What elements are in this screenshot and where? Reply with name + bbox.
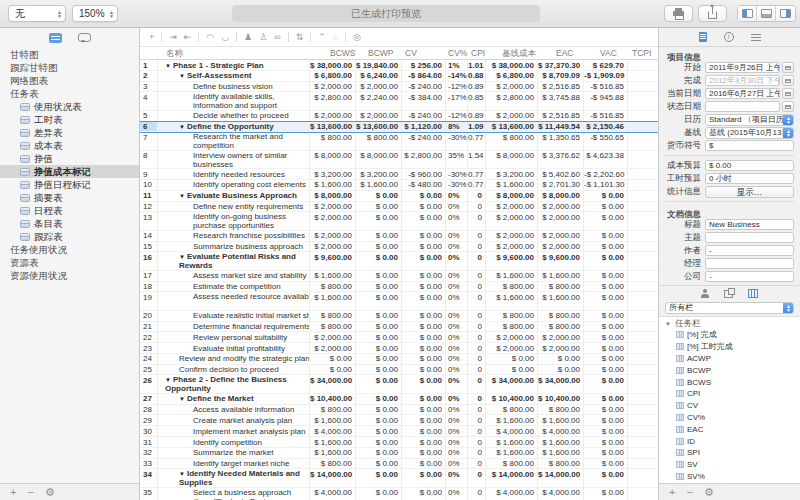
task-row-12[interactable]: 12Define new entity requirements$ 2,000.… bbox=[140, 202, 658, 213]
column-header[interactable]: BCWS bbox=[310, 47, 356, 59]
column-list-item[interactable]: BCWP bbox=[659, 364, 800, 376]
task-row-32[interactable]: 32Summarize the market$ 1,600.00$ 0.00$ … bbox=[140, 448, 658, 459]
task-row-27[interactable]: 27▼Define the Market$ 10,400.00$ 0.00$ 0… bbox=[140, 394, 658, 405]
text-field[interactable]: 2016年6月27日 上午8:00 bbox=[705, 88, 780, 99]
document-inspector-tab-icon[interactable] bbox=[699, 32, 707, 42]
task-row-24[interactable]: 24Review and modify the strategic plan$ … bbox=[140, 354, 658, 365]
disclosure-triangle-icon[interactable]: ▼ bbox=[179, 124, 185, 130]
indent-task-icon[interactable]: ⇥ bbox=[169, 32, 177, 42]
task-row-16[interactable]: 16▼Evaluate Potential Risks and Rewards$… bbox=[140, 252, 658, 270]
column-list-item[interactable]: SPI bbox=[659, 447, 800, 459]
text-field[interactable] bbox=[705, 258, 794, 269]
task-row-22[interactable]: 22Review personal suitability$ 2,000.00$… bbox=[140, 332, 658, 343]
text-field[interactable] bbox=[705, 232, 794, 243]
sidebar-item[interactable]: 跟踪表 bbox=[0, 230, 139, 243]
sidebar-item[interactable]: 挣值 bbox=[0, 152, 139, 165]
column-header[interactable]: CV% bbox=[446, 47, 468, 59]
column-header[interactable] bbox=[140, 47, 158, 59]
disclosure-triangle-icon[interactable]: ▼ bbox=[179, 193, 185, 199]
task-row-7[interactable]: 7Research the market and competition$ 80… bbox=[140, 132, 658, 150]
column-header[interactable]: CPI bbox=[468, 47, 486, 59]
sidebar-item[interactable]: 挣值成本标记 bbox=[0, 165, 139, 178]
sidebar-item[interactable]: 网络图表 bbox=[0, 74, 139, 87]
column-header[interactable]: VAC bbox=[584, 47, 628, 59]
text-field[interactable]: - bbox=[705, 271, 794, 282]
task-row-19[interactable]: 19Assess needed resource availability$ 1… bbox=[140, 292, 658, 310]
task-row-4[interactable]: 4Identify available skills, information … bbox=[140, 92, 658, 110]
column-list-item[interactable]: BCWS bbox=[659, 376, 800, 388]
task-row-35[interactable]: 35Select a business approach (from "Eval… bbox=[140, 488, 658, 500]
assign-resource-icon[interactable]: ♟ bbox=[244, 32, 252, 42]
calendar-icon[interactable] bbox=[782, 101, 794, 112]
text-field[interactable]: New Business bbox=[705, 219, 794, 230]
link-tasks-icon[interactable]: ∞ bbox=[274, 32, 280, 42]
task-row-5[interactable]: 5Decide whether to proceed$ 2,000.00$ 2,… bbox=[140, 111, 658, 122]
task-row-34[interactable]: 34▼Identify Needed Materials and Supplie… bbox=[140, 469, 658, 487]
task-row-6[interactable]: 6▼Define the Opportunity$ 13,600.00$ 13,… bbox=[140, 122, 658, 133]
add-column-button[interactable]: + bbox=[669, 485, 675, 500]
sidebar-item[interactable]: 任务使用状况 bbox=[0, 243, 139, 256]
text-field[interactable]: 0 小时 bbox=[705, 173, 794, 184]
notes-bubble-icon[interactable] bbox=[78, 33, 91, 42]
sidebar-item[interactable]: 日程表 bbox=[0, 204, 139, 217]
task-row-1[interactable]: 1▼Phase 1 - Strategic Plan$ 38,000.00$ 1… bbox=[140, 60, 658, 71]
show-statistics-button[interactable]: 显示… bbox=[705, 186, 794, 198]
task-row-3[interactable]: 3Define business vision$ 2,000.00$ 2,000… bbox=[140, 82, 658, 93]
column-list-item[interactable]: CV% bbox=[659, 412, 800, 424]
task-row-2[interactable]: 2▼Self-Assessment$ 6,800.00$ 6,240.00-$ … bbox=[140, 71, 658, 82]
share-button[interactable] bbox=[698, 5, 727, 22]
task-row-13[interactable]: 13Identify on-going business purchase op… bbox=[140, 212, 658, 230]
remove-column-button[interactable]: − bbox=[686, 485, 692, 500]
task-row-17[interactable]: 17Assess market size and stability$ 1,60… bbox=[140, 271, 658, 282]
calendar-icon[interactable] bbox=[782, 88, 794, 99]
text-field[interactable]: - bbox=[705, 245, 794, 256]
view-action-menu[interactable]: ⚙ bbox=[45, 485, 55, 500]
sidebar-item[interactable]: 摘要表 bbox=[0, 191, 139, 204]
sidebar-item[interactable]: 使用状况表 bbox=[0, 100, 139, 113]
column-header[interactable]: TCPI bbox=[628, 47, 658, 59]
ungroup-tasks-icon[interactable]: ◡ bbox=[221, 32, 229, 42]
sidebar-item[interactable]: 工时表 bbox=[0, 113, 139, 126]
sort-tasks-icon[interactable]: ⇅ bbox=[296, 32, 304, 42]
outdent-task-icon[interactable]: ⇤ bbox=[184, 32, 192, 42]
search-icon[interactable]: ◌ bbox=[333, 32, 338, 42]
calendar-icon[interactable] bbox=[782, 62, 794, 73]
toggle-right-inspector-button[interactable] bbox=[776, 6, 795, 21]
print-button[interactable] bbox=[664, 5, 693, 22]
column-list-item[interactable]: SV% bbox=[659, 471, 800, 483]
task-row-28[interactable]: 28Access available information$ 800.00$ … bbox=[140, 405, 658, 416]
popup-field[interactable]: 基线 (2015年10月13日 下午1…▲▼ bbox=[705, 127, 794, 139]
sidebar-item[interactable]: 资源表 bbox=[0, 256, 139, 269]
share-task-icon[interactable]: ⌃ bbox=[318, 32, 326, 42]
disclosure-triangle-icon[interactable]: ▼ bbox=[179, 254, 185, 260]
sidebar-item[interactable]: 跟踪甘特图 bbox=[0, 61, 139, 74]
column-list-item[interactable]: [%] 工时完成 bbox=[659, 341, 800, 353]
sidebar-item[interactable]: 挣值日程标记 bbox=[0, 178, 139, 191]
column-header[interactable]: 名称 bbox=[158, 47, 310, 59]
disclosure-triangle-icon[interactable]: ▼ bbox=[665, 321, 671, 327]
text-field[interactable] bbox=[705, 101, 780, 112]
column-list-item[interactable]: CV bbox=[659, 400, 800, 412]
task-row-29[interactable]: 29Create market analysis plan$ 1,600.00$… bbox=[140, 415, 658, 426]
styles-inspector-tab-icon[interactable] bbox=[751, 33, 761, 42]
columns-inspector-icon[interactable] bbox=[748, 289, 758, 298]
column-header[interactable]: EAC bbox=[538, 47, 584, 59]
task-row-21[interactable]: 21Determine financial requirements$ 800.… bbox=[140, 322, 658, 333]
column-list-item[interactable]: ACWP bbox=[659, 353, 800, 365]
sidebar-item[interactable]: 条目表 bbox=[0, 217, 139, 230]
add-task-icon[interactable]: + bbox=[149, 32, 154, 42]
unassign-resource-icon[interactable]: ♙ bbox=[259, 32, 267, 42]
group-tasks-icon[interactable]: ◠ bbox=[206, 32, 214, 42]
calendar-icon[interactable] bbox=[782, 75, 794, 86]
sidebar-item[interactable]: 甘特图 bbox=[0, 48, 139, 61]
task-row-18[interactable]: 18Estimate the competition$ 800.00$ 0.00… bbox=[140, 282, 658, 293]
toggle-bottom-panel-button[interactable] bbox=[757, 6, 776, 21]
sidebar-item[interactable]: 任务表 bbox=[0, 87, 139, 100]
disclosure-triangle-icon[interactable]: ▼ bbox=[165, 63, 171, 69]
column-action-menu[interactable]: ⚙ bbox=[704, 485, 714, 500]
remove-view-button[interactable]: − bbox=[27, 485, 33, 500]
sidebar-item[interactable]: 成本表 bbox=[0, 139, 139, 152]
zoom-popup[interactable]: 150% ▲▼ bbox=[72, 5, 118, 22]
task-row-20[interactable]: 20Evaluate realistic initial market shar… bbox=[140, 311, 658, 322]
resource-inspector-icon[interactable] bbox=[701, 289, 709, 298]
